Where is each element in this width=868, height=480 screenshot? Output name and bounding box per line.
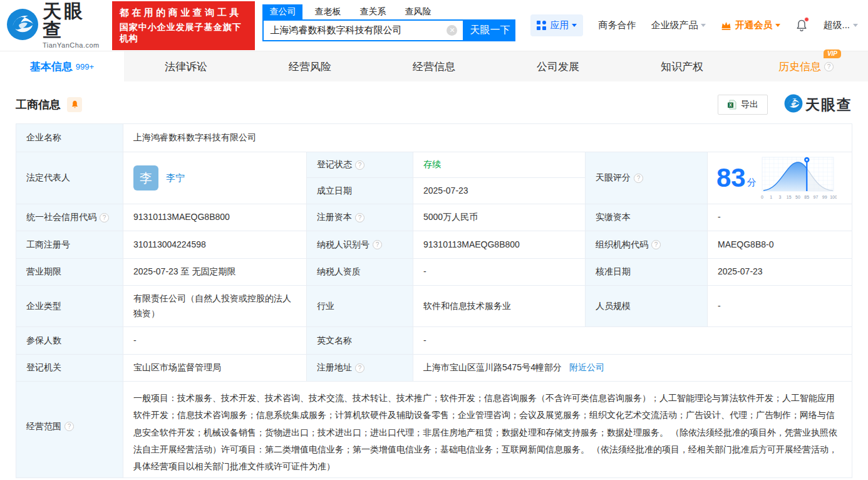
nav-cooperation[interactable]: 商务合作 xyxy=(598,19,636,31)
nav-open-vip-label: 开通会员 xyxy=(735,19,772,31)
tianyancha-logo[interactable]: 天眼查 TianYanCha.com xyxy=(6,2,100,49)
notification-bell[interactable] xyxy=(795,19,808,32)
search-input[interactable] xyxy=(264,25,447,36)
notification-dot xyxy=(804,17,809,22)
vip-badge: VIP xyxy=(824,50,841,58)
help-icon[interactable]: ? xyxy=(373,240,382,249)
value-reg-address: 上海市宝山区蕰川路5475号4幢部分 附近公司 xyxy=(413,355,852,382)
help-icon[interactable]: ? xyxy=(634,174,643,183)
export-label: 导出 xyxy=(741,99,758,110)
value-credit-code: 91310113MAEQG8B800 xyxy=(123,204,307,231)
chevron-down-icon xyxy=(701,24,706,27)
label-approval-date: 核准日期 xyxy=(586,259,708,286)
company-tabbar: 基本信息 999+ 法律诉讼 经营风险 经营信息 公司发展 知识产权 历史信息 … xyxy=(0,51,868,81)
label-reg-address: 注册地址? xyxy=(307,355,413,382)
help-icon[interactable]: ? xyxy=(100,213,109,222)
promo-line2: 国家中小企业发展子基金旗下机构 xyxy=(120,22,248,44)
nav-apps[interactable]: 应用 xyxy=(530,14,583,36)
svg-text:97: 97 xyxy=(813,195,818,199)
tab-operation-info[interactable]: 经营信息 xyxy=(372,51,496,81)
tab-basic-info[interactable]: 基本信息 999+ xyxy=(0,51,124,81)
tab-legal[interactable]: 法律诉讼 xyxy=(124,51,248,81)
value-taxpayer-id: 91310113MAEQG8B800 xyxy=(413,231,586,259)
search-input-wrap: ✕ xyxy=(262,19,464,41)
label-english-name: 英文名称 xyxy=(307,327,413,355)
tab-development[interactable]: 公司发展 xyxy=(496,51,620,81)
help-icon[interactable]: ? xyxy=(65,422,74,431)
svg-text:50: 50 xyxy=(795,195,800,199)
tab-history[interactable]: 历史信息 VIP ? xyxy=(744,51,868,81)
value-company-name: 上海鸿睿数科数字科技有限公司 xyxy=(123,124,852,152)
label-business-term: 营业期限 xyxy=(16,259,123,286)
nav-enterprise[interactable]: 企业级产品 xyxy=(651,19,706,31)
app-grid-icon xyxy=(537,21,546,30)
search-tab-boss[interactable]: 查老板 xyxy=(307,4,348,19)
value-business-term: 2025-07-23 至 无固定期限 xyxy=(123,259,307,286)
tab-operation-risk[interactable]: 经营风险 xyxy=(248,51,372,81)
crown-icon xyxy=(721,21,731,30)
subscribe-bell-button[interactable] xyxy=(67,97,82,112)
svg-text:100: 100 xyxy=(830,195,837,199)
help-icon[interactable]: ? xyxy=(651,240,661,249)
tab-basic-info-count: 999+ xyxy=(76,62,94,71)
chevron-down-icon xyxy=(853,24,858,27)
top-header: 天眼查 TianYanCha.com 都在用的商业查询工具 国家中小企业发展子基… xyxy=(0,0,868,51)
nearby-companies-link[interactable]: 附近公司 xyxy=(569,360,604,375)
label-taxpayer-qualification: 纳税人资质 xyxy=(307,259,413,286)
svg-text:3: 3 xyxy=(778,195,781,199)
value-reg-status: 存续 xyxy=(413,152,586,178)
label-org-code: 组织机构代码? xyxy=(586,231,708,259)
value-reg-capital: 5000万人民币 xyxy=(413,204,586,231)
value-reg-number: 310113004224598 xyxy=(123,231,307,259)
watermark-eye-icon xyxy=(784,94,803,115)
label-company-name: 企业名称 xyxy=(16,124,123,152)
label-business-scope: 经营范围? xyxy=(16,382,123,477)
search-tabs: 查公司 查老板 查关系 查风险 xyxy=(262,4,515,19)
svg-text:1: 1 xyxy=(770,195,772,199)
legal-rep-avatar[interactable]: 李 xyxy=(133,165,158,190)
label-reg-status: 登记状态? xyxy=(307,152,413,178)
value-legal-rep: 李 李宁 xyxy=(123,152,307,204)
value-approval-date: 2025-07-23 xyxy=(708,259,852,286)
value-staff-size: - xyxy=(708,286,852,327)
section-title: 工商信息 xyxy=(16,97,61,112)
nav-super-label: 超级... xyxy=(823,19,850,31)
value-company-type: 有限责任公司（自然人投资或控股的法人独资） xyxy=(123,286,307,327)
svg-text:15: 15 xyxy=(787,195,792,199)
label-legal-rep: 法定代表人 xyxy=(16,152,123,204)
score-unit: 分 xyxy=(747,174,757,190)
help-icon[interactable]: ? xyxy=(355,363,364,373)
logo-subtitle: TianYanCha.com xyxy=(43,41,100,49)
nav-open-vip[interactable]: 开通会员 xyxy=(721,19,780,31)
business-info-table: 企业名称 上海鸿睿数科数字科技有限公司 法定代表人 李 李宁 登记状态? 存续 … xyxy=(16,123,852,478)
label-taxpayer-id: 纳税人识别号? xyxy=(307,231,413,259)
label-reg-number: 工商注册号 xyxy=(16,231,123,259)
promo-banner: 都在用的商业查询工具 国家中小企业发展子基金旗下机构 xyxy=(112,1,256,50)
legal-rep-link[interactable]: 李宁 xyxy=(166,170,185,186)
header-nav: 应用 商务合作 企业级产品 开通会员 xyxy=(515,14,868,36)
clear-search-icon[interactable]: ✕ xyxy=(447,25,457,36)
value-score[interactable]: 83 分 xyxy=(708,152,852,204)
label-staff-size: 人员规模 xyxy=(586,286,708,327)
help-icon[interactable]: ? xyxy=(824,62,834,71)
svg-text:99: 99 xyxy=(822,195,827,199)
export-button[interactable]: X 导出 xyxy=(718,95,768,115)
search-tab-company[interactable]: 查公司 xyxy=(262,4,302,19)
nav-super-vip[interactable]: 超级... xyxy=(823,19,858,31)
chevron-down-icon xyxy=(572,24,577,27)
search-tab-risk[interactable]: 查风险 xyxy=(398,4,438,19)
value-establish-date: 2025-07-23 xyxy=(413,178,586,204)
search-button[interactable]: 天眼一下 xyxy=(464,19,515,41)
tab-ip[interactable]: 知识产权 xyxy=(620,51,744,81)
svg-text:X: X xyxy=(729,103,732,107)
help-icon[interactable]: ? xyxy=(355,213,364,222)
help-icon[interactable]: ? xyxy=(355,160,364,170)
value-org-code: MAEQG8B8-0 xyxy=(708,231,852,259)
label-paid-capital: 实缴资本 xyxy=(586,204,708,231)
svg-text:85: 85 xyxy=(804,195,809,199)
label-score: 天眼评分? xyxy=(586,152,708,204)
business-info-header: 工商信息 X 导出 天眼查 xyxy=(0,81,868,123)
search-tab-relation[interactable]: 查关系 xyxy=(353,4,393,19)
value-english-name: - xyxy=(413,327,852,355)
watermark-brand-name: 天眼查 xyxy=(805,95,852,115)
